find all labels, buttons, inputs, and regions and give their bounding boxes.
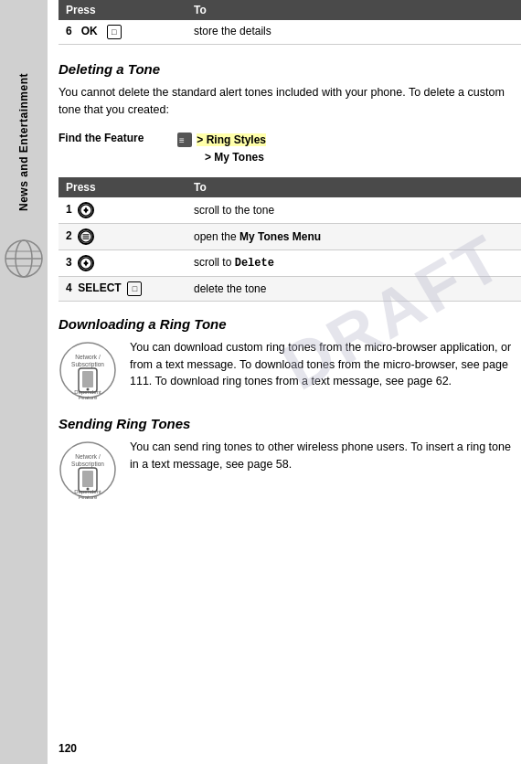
table-row: 6 OK □ store the details bbox=[59, 20, 521, 45]
svg-rect-27 bbox=[82, 471, 93, 487]
row1-press: 1 bbox=[59, 197, 186, 224]
top-table-action: store the details bbox=[186, 20, 521, 45]
menu-circle-icon bbox=[78, 228, 94, 245]
row4-action: delete the tone bbox=[186, 276, 521, 301]
table-row: 4 SELECT □ delete the tone bbox=[59, 276, 521, 301]
table-row: 2 open the My Tones bbox=[59, 223, 521, 249]
sidebar: News and Entertainment bbox=[0, 0, 48, 764]
nav-circle-icon bbox=[78, 202, 94, 218]
main-content: DRAFT Press To 6 OK □ sto bbox=[48, 0, 532, 764]
network-icon-wrapper: Network / Subscription Dependent Feature bbox=[59, 341, 121, 403]
row1-action: scroll to the tone bbox=[186, 197, 521, 224]
svg-rect-19 bbox=[82, 371, 93, 387]
svg-text:Network /: Network / bbox=[75, 354, 101, 360]
top-table-header-to: To bbox=[186, 0, 521, 20]
row4-press: 4 SELECT □ bbox=[59, 276, 186, 301]
row3-action: scroll to Delete bbox=[186, 249, 521, 276]
top-table-step: 6 OK □ bbox=[59, 20, 186, 45]
top-table-header-press: Press bbox=[59, 0, 186, 20]
deleting-tone-title: Deleting a Tone bbox=[59, 61, 521, 77]
downloading-section: Downloading a Ring Tone Network / Subscr… bbox=[59, 316, 521, 403]
table-row: 3 scroll to Delete bbox=[59, 249, 521, 276]
sending-title: Sending Ring Tones bbox=[59, 416, 521, 431]
svg-text:Network /: Network / bbox=[75, 453, 101, 460]
network-icon-wrapper-2: Network / Subscription Dependent Feature bbox=[59, 440, 121, 503]
row2-action: open the My Tones Menu bbox=[186, 223, 521, 249]
sending-feature-block: Network / Subscription Dependent Feature… bbox=[59, 439, 521, 503]
deleting-tone-body: You cannot delete the standard alert ton… bbox=[59, 84, 521, 119]
main-table-header-to: To bbox=[186, 177, 521, 197]
find-feature-path: > Ring Styles > My Tones bbox=[177, 132, 266, 166]
select-square-icon: □ bbox=[127, 281, 142, 296]
svg-marker-7 bbox=[84, 209, 89, 213]
deleting-tone-table: Press To 1 bbox=[59, 177, 521, 302]
top-continuation-table: Press To 6 OK □ store the details bbox=[59, 0, 521, 45]
row2-press: 2 bbox=[59, 223, 186, 249]
svg-text:Subscription: Subscription bbox=[71, 461, 104, 468]
ring-styles-path: > Ring Styles bbox=[197, 133, 266, 146]
table-row: 1 scroll to the tone bbox=[59, 197, 521, 224]
delete-label: Delete bbox=[235, 257, 274, 270]
network-subscription-icon-2: Network / Subscription Dependent Feature bbox=[59, 440, 117, 499]
svg-text:Subscription: Subscription bbox=[71, 361, 104, 368]
row3-press: 3 bbox=[59, 249, 186, 276]
network-subscription-icon: Network / Subscription Dependent Feature bbox=[59, 341, 117, 399]
sidebar-label: News and Entertainment bbox=[17, 73, 30, 211]
nav-circle-icon-2 bbox=[78, 255, 94, 271]
ok-button-icon: □ bbox=[107, 25, 122, 39]
my-tones-path: > My Tones bbox=[205, 151, 264, 164]
downloading-feature-block: Network / Subscription Dependent Feature… bbox=[59, 339, 521, 403]
my-tones-menu-label: My Tones Menu bbox=[239, 230, 321, 243]
menu-icon bbox=[177, 133, 192, 147]
globe-icon bbox=[4, 239, 44, 279]
main-table-header-press: Press bbox=[59, 177, 186, 197]
svg-text:Feature: Feature bbox=[79, 494, 98, 499]
sending-body: You can send ring tones to other wireles… bbox=[130, 439, 521, 473]
find-feature-label: Find the Feature bbox=[59, 132, 177, 144]
deleting-tone-section: Deleting a Tone You cannot delete the st… bbox=[59, 61, 521, 302]
sending-section: Sending Ring Tones Network / Subscriptio… bbox=[59, 416, 521, 503]
page-number: 120 bbox=[59, 742, 77, 755]
svg-text:Feature: Feature bbox=[79, 395, 98, 399]
downloading-title: Downloading a Ring Tone bbox=[59, 316, 521, 332]
find-feature-row: Find the Feature > Ring Styles > My Tone… bbox=[59, 128, 521, 170]
ok-button-label: OK bbox=[81, 25, 98, 37]
svg-marker-14 bbox=[84, 262, 89, 266]
downloading-body: You can download custom ring tones from … bbox=[130, 339, 521, 390]
